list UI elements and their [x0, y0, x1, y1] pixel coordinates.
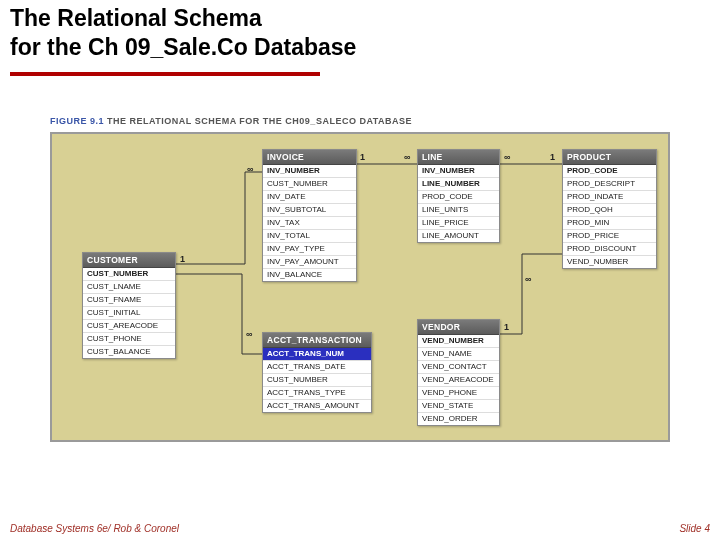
field: INV_SUBTOTAL	[263, 204, 356, 217]
entity-invoice-header: INVOICE	[263, 150, 356, 166]
field: VEND_NAME	[418, 348, 499, 361]
card-acct-many: ∞	[246, 329, 252, 339]
card-prod-1: 1	[550, 152, 555, 162]
entity-product-header: PRODUCT	[563, 150, 656, 166]
field: INV_TAX	[263, 217, 356, 230]
field: CUST_PHONE	[83, 333, 175, 346]
field: ACCT_TRANS_AMOUNT	[263, 400, 371, 412]
field: CUST_NUMBER	[83, 268, 175, 281]
field: INV_PAY_AMOUNT	[263, 256, 356, 269]
field: CUST_FNAME	[83, 294, 175, 307]
field: ACCT_TRANS_DATE	[263, 361, 371, 374]
field: INV_NUMBER	[418, 165, 499, 178]
field: PROD_DISCOUNT	[563, 243, 656, 256]
field: ACCT_TRANS_TYPE	[263, 387, 371, 400]
field: LINE_PRICE	[418, 217, 499, 230]
entity-acct-header: ACCT_TRANSACTION	[263, 333, 371, 349]
field: VEND_NUMBER	[563, 256, 656, 268]
entity-line: LINE INV_NUMBER LINE_NUMBER PROD_CODE LI…	[417, 149, 500, 244]
entity-acct-transaction: ACCT_TRANSACTION ACCT_TRANS_NUM ACCT_TRA…	[262, 332, 372, 414]
entity-invoice: INVOICE INV_NUMBER CUST_NUMBER INV_DATE …	[262, 149, 357, 283]
card-line-many: ∞	[404, 152, 410, 162]
field: INV_BALANCE	[263, 269, 356, 281]
field: CUST_AREACODE	[83, 320, 175, 333]
entity-customer-header: CUSTOMER	[83, 253, 175, 269]
field: PROD_QOH	[563, 204, 656, 217]
figure-caption-text: THE RELATIONAL SCHEMA FOR THE CH09_SALEC…	[107, 116, 412, 126]
field: CUST_NUMBER	[263, 374, 371, 387]
figure-label: FIGURE 9.1	[50, 116, 104, 126]
field: ACCT_TRANS_NUM	[263, 348, 371, 361]
field: CUST_NUMBER	[263, 178, 356, 191]
title-underline	[10, 72, 320, 76]
field: INV_TOTAL	[263, 230, 356, 243]
field: PROD_MIN	[563, 217, 656, 230]
field: LINE_AMOUNT	[418, 230, 499, 242]
entity-line-header: LINE	[418, 150, 499, 166]
card-line-many2: ∞	[504, 152, 510, 162]
field: VEND_PHONE	[418, 387, 499, 400]
card-inv-1: 1	[360, 152, 365, 162]
field: VEND_CONTACT	[418, 361, 499, 374]
schema-diagram: 1 ∞ ∞ 1 ∞ ∞ 1 ∞ 1 CUSTOMER CUST_NUMBER C…	[50, 132, 670, 442]
field: PROD_INDATE	[563, 191, 656, 204]
slide-title-line1: The Relational Schema	[10, 4, 710, 33]
field: PROD_PRICE	[563, 230, 656, 243]
field: PROD_CODE	[563, 165, 656, 178]
field: INV_PAY_TYPE	[263, 243, 356, 256]
slide-footer: Database Systems 6e/ Rob & Coronel Slide…	[10, 523, 710, 534]
field: PROD_DESCRIPT	[563, 178, 656, 191]
entity-vendor: VENDOR VEND_NUMBER VEND_NAME VEND_CONTAC…	[417, 319, 500, 427]
field: LINE_UNITS	[418, 204, 499, 217]
entity-vendor-header: VENDOR	[418, 320, 499, 336]
entity-customer: CUSTOMER CUST_NUMBER CUST_LNAME CUST_FNA…	[82, 252, 176, 360]
card-vend-1: 1	[504, 322, 509, 332]
entity-product: PRODUCT PROD_CODE PROD_DESCRIPT PROD_IND…	[562, 149, 657, 270]
field: VEND_ORDER	[418, 413, 499, 425]
field: INV_NUMBER	[263, 165, 356, 178]
field: VEND_STATE	[418, 400, 499, 413]
field: PROD_CODE	[418, 191, 499, 204]
figure-area: FIGURE 9.1 THE RELATIONAL SCHEMA FOR THE…	[50, 116, 680, 442]
slide-title-area: The Relational Schema for the Ch 09_Sale…	[0, 0, 720, 62]
field: LINE_NUMBER	[418, 178, 499, 191]
card-inv-many: ∞	[247, 164, 253, 174]
card-prod-many: ∞	[525, 274, 531, 284]
card-cust-1: 1	[180, 254, 185, 264]
footer-left: Database Systems 6e/ Rob & Coronel	[10, 523, 179, 534]
field: CUST_LNAME	[83, 281, 175, 294]
field: VEND_AREACODE	[418, 374, 499, 387]
field: VEND_NUMBER	[418, 335, 499, 348]
footer-right: Slide 4	[679, 523, 710, 534]
figure-caption: FIGURE 9.1 THE RELATIONAL SCHEMA FOR THE…	[50, 116, 680, 126]
field: CUST_BALANCE	[83, 346, 175, 358]
field: CUST_INITIAL	[83, 307, 175, 320]
field: INV_DATE	[263, 191, 356, 204]
slide-title-line2: for the Ch 09_Sale.Co Database	[10, 33, 710, 62]
